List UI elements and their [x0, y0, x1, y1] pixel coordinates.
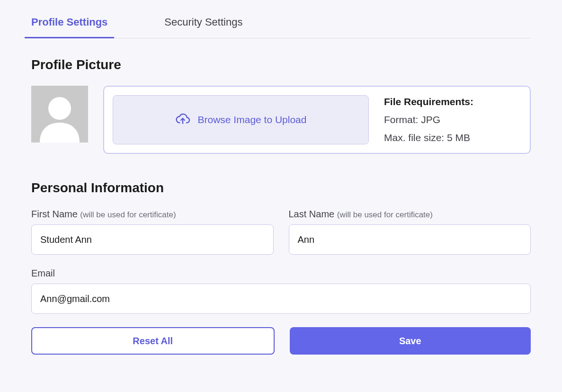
browse-image-dropzone[interactable]: Browse Image to Upload — [113, 95, 369, 144]
file-requirements-title: File Requirements: — [384, 96, 521, 107]
upload-card: Browse Image to Upload File Requirements… — [103, 86, 531, 154]
save-button[interactable]: Save — [290, 327, 531, 355]
first-name-label-text: First Name — [31, 209, 78, 219]
svg-point-1 — [48, 97, 71, 120]
avatar-placeholder-icon — [31, 86, 88, 143]
tab-profile-settings[interactable]: Profile Settings — [31, 14, 107, 38]
browse-image-label: Browse Image to Upload — [198, 114, 307, 125]
last-name-hint: (will be used for certificate) — [337, 210, 433, 219]
tab-security-settings[interactable]: Security Settings — [164, 14, 242, 38]
profile-picture-heading: Profile Picture — [31, 57, 531, 72]
file-size-line: Max. file size: 5 MB — [384, 132, 521, 143]
first-name-input[interactable] — [31, 224, 274, 255]
tabs-bar: Profile Settings Security Settings — [31, 14, 531, 38]
first-name-group: First Name (will be used for certificate… — [31, 209, 274, 255]
first-name-hint: (will be used for certificate) — [80, 210, 176, 219]
email-input[interactable] — [31, 284, 531, 314]
last-name-input[interactable] — [289, 224, 531, 255]
reset-all-button[interactable]: Reset All — [31, 327, 275, 355]
personal-info-heading: Personal Information — [31, 180, 531, 196]
email-label: Email — [31, 268, 531, 279]
email-group: Email — [31, 268, 531, 314]
last-name-label-text: Last Name — [289, 209, 335, 219]
file-format-line: Format: JPG — [384, 114, 521, 125]
last-name-group: Last Name (will be used for certificate) — [289, 209, 531, 255]
file-requirements: File Requirements: Format: JPG Max. file… — [384, 96, 521, 143]
last-name-label: Last Name (will be used for certificate) — [289, 209, 531, 220]
profile-picture-panel: Browse Image to Upload File Requirements… — [31, 86, 531, 154]
first-name-label: First Name (will be used for certificate… — [31, 209, 274, 220]
cloud-upload-icon — [175, 113, 190, 127]
